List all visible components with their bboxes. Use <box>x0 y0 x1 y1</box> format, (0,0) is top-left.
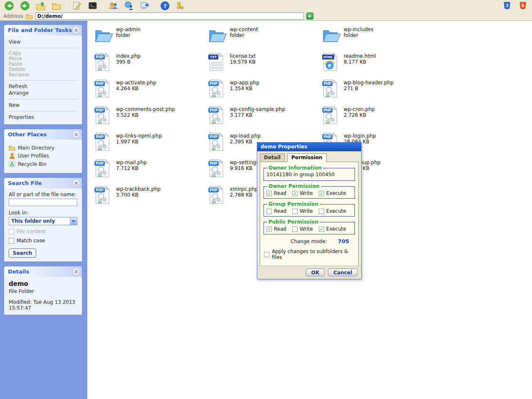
php-file-icon <box>94 52 110 71</box>
group-write-checkbox[interactable] <box>292 209 298 214</box>
panel-header-places[interactable]: Other Places <box>4 129 82 140</box>
chevron-up-icon <box>73 268 79 275</box>
collapse-button[interactable] <box>73 180 80 187</box>
file-item[interactable]: index.php395 B <box>94 52 194 74</box>
cancel-button[interactable]: Cancel <box>328 268 357 276</box>
panel-file-folder-tasks: File and Folder Tasks View Copy Move Pas… <box>4 25 82 124</box>
help-button[interactable] <box>159 0 171 11</box>
panel-header-search[interactable]: Search File <box>4 178 82 188</box>
users-button[interactable] <box>107 0 119 11</box>
terminal-button[interactable] <box>87 0 99 11</box>
file-item[interactable]: wp-mail.php7.712 KB <box>94 159 194 180</box>
web-user-button[interactable] <box>123 0 135 11</box>
go-button[interactable] <box>306 12 313 20</box>
address-input[interactable] <box>35 12 304 20</box>
collapse-button[interactable] <box>73 131 80 138</box>
file-item[interactable]: wp-links-opml.php1.997 KB <box>94 132 194 154</box>
public-read-checkbox[interactable]: ✓ <box>266 227 272 232</box>
search-button[interactable]: Search <box>9 249 36 258</box>
file-content-checkbox <box>9 229 14 234</box>
file-item[interactable]: readme.html8.177 KB <box>322 52 422 74</box>
file-name: wp-comments-post.php <box>116 106 175 112</box>
file-name: wp-cron.php <box>344 106 375 112</box>
collapse-button[interactable] <box>73 268 80 275</box>
match-case-checkbox[interactable] <box>9 238 14 244</box>
search-name-label: All or part of the file name: <box>9 192 77 197</box>
php-file-icon <box>94 106 110 125</box>
file-name: wp-load.php <box>230 133 261 139</box>
owner-execute-checkbox[interactable]: ✓ <box>319 191 324 196</box>
new-folder-button[interactable] <box>51 0 62 11</box>
forward-button[interactable] <box>19 0 31 11</box>
apply-changes-label: Apply changes to subfolders & files <box>272 249 358 260</box>
owner-read-checkbox[interactable]: ✓ <box>266 191 272 196</box>
checkbox-label: Execute <box>326 226 346 232</box>
file-item[interactable]: wp-adminfolder <box>94 26 194 47</box>
file-name: wp-content <box>230 27 258 32</box>
collapse-button[interactable] <box>73 27 80 34</box>
file-name: wp-admin <box>116 27 140 32</box>
file-size: 4.264 KB <box>116 86 156 91</box>
details-modified: Modified: Tue Aug 13 2013 <box>9 299 77 305</box>
php-file-icon <box>94 132 110 151</box>
dialog-titlebar[interactable]: demo Properties <box>257 143 361 151</box>
dialog-tabs: Detail Permission <box>257 151 361 162</box>
file-item[interactable]: wp-activate.php4.264 KB <box>94 79 194 101</box>
owner-write-checkbox[interactable]: ✓ <box>292 191 298 196</box>
tab-permission[interactable]: Permission <box>287 153 327 162</box>
file-item[interactable]: wp-contentfolder <box>208 26 308 47</box>
apply-changes-checkbox[interactable] <box>264 252 269 257</box>
owner-information-group: Owner Information 10141180 in group 1004… <box>264 165 355 181</box>
search-input[interactable] <box>9 199 77 206</box>
task-arrange[interactable]: Arrange <box>9 90 77 96</box>
change-mode-value: 705 <box>338 238 349 244</box>
up-folder-button[interactable] <box>35 0 47 11</box>
chevron-up-icon <box>73 27 79 33</box>
file-name: xmlrpc.php <box>230 186 258 192</box>
public-permission-group: Public Permission ✓Read Write ✓Execute <box>264 219 355 234</box>
toolbar-separator <box>103 2 103 10</box>
txt-file-icon <box>208 52 224 71</box>
logout-button[interactable] <box>139 0 150 11</box>
task-properties[interactable]: Properties <box>9 114 77 121</box>
file-item[interactable]: wp-trackback.php3.700 KB <box>94 185 194 207</box>
group-execute-checkbox[interactable] <box>319 209 324 214</box>
file-item[interactable]: wp-blog-header.php271 B <box>322 79 422 101</box>
look-in-select[interactable]: This folder only <box>9 217 77 225</box>
edit-button[interactable] <box>71 0 83 11</box>
file-item[interactable]: wp-config-sample.php3.177 KB <box>208 106 308 127</box>
folder-icon <box>322 27 341 44</box>
file-item[interactable]: license.txt19.579 KB <box>208 52 308 74</box>
public-execute-checkbox[interactable]: ✓ <box>319 227 324 232</box>
panel-body-search: All or part of the file name: Look in: T… <box>4 188 82 261</box>
task-view[interactable]: View <box>9 39 77 45</box>
tab-detail[interactable]: Detail <box>260 153 285 162</box>
owner-permission-group: Owner Permission ✓Read ✓Write ✓Execute <box>264 183 355 199</box>
header-toolbar: Address <box>0 0 532 21</box>
back-button[interactable] <box>3 0 15 11</box>
place-main-directory[interactable]: Main Directory <box>9 145 77 151</box>
file-size: folder <box>230 32 258 38</box>
php-file-icon <box>322 106 338 125</box>
group-read-checkbox[interactable] <box>266 209 272 214</box>
look-in-value: This folder only <box>9 218 70 224</box>
ok-button[interactable]: OK <box>306 268 325 276</box>
php-file-icon <box>208 159 224 178</box>
panel-header-tasks[interactable]: File and Folder Tasks <box>4 25 82 35</box>
panel-title: File and Folder Tasks <box>8 27 72 33</box>
place-recycle-bin[interactable]: Recycle Bin <box>9 161 77 167</box>
file-item[interactable]: wp-includesfolder <box>322 26 422 47</box>
change-mode-row: Change mode:705 <box>260 234 358 244</box>
file-item[interactable]: wp-cron.php2.726 KB <box>322 106 422 127</box>
place-user-profiles[interactable]: User Profiles <box>9 153 77 159</box>
file-item[interactable]: wp-comments-post.php3.522 KB <box>94 106 194 127</box>
toolbar-separator <box>66 2 67 10</box>
file-item[interactable]: wp-app.php1.354 KB <box>208 79 308 101</box>
public-write-checkbox[interactable] <box>292 227 298 232</box>
task-refresh[interactable]: Refresh <box>9 83 77 90</box>
task-new[interactable]: New <box>9 102 77 108</box>
panel-header-details[interactable]: Details <box>4 266 82 277</box>
file-name: wp-links-opml.php <box>116 133 162 139</box>
keys-button[interactable] <box>175 0 187 11</box>
php-file-icon <box>94 185 110 204</box>
